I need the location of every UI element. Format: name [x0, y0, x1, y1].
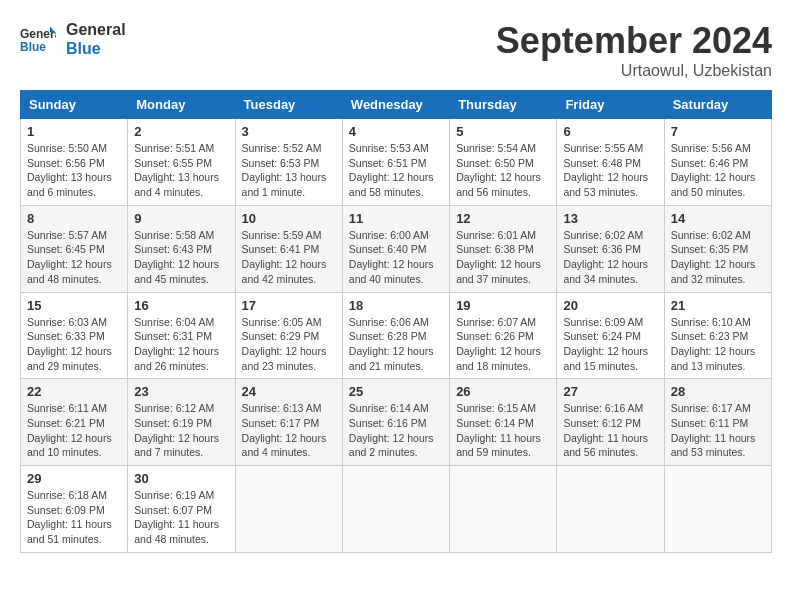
day-info: Sunrise: 5:54 AMSunset: 6:50 PMDaylight:… — [456, 141, 550, 200]
day-number: 14 — [671, 211, 765, 226]
day-number: 7 — [671, 124, 765, 139]
page-header: General Blue General Blue September 2024… — [20, 20, 772, 80]
day-info: Sunrise: 6:01 AMSunset: 6:38 PMDaylight:… — [456, 228, 550, 287]
weekday-header-sunday: Sunday — [21, 91, 128, 119]
day-info: Sunrise: 5:50 AMSunset: 6:56 PMDaylight:… — [27, 141, 121, 200]
weekday-header-thursday: Thursday — [450, 91, 557, 119]
day-number: 27 — [563, 384, 657, 399]
logo-icon: General Blue — [20, 24, 56, 54]
day-info: Sunrise: 5:53 AMSunset: 6:51 PMDaylight:… — [349, 141, 443, 200]
day-number: 25 — [349, 384, 443, 399]
day-number: 22 — [27, 384, 121, 399]
day-info: Sunrise: 6:10 AMSunset: 6:23 PMDaylight:… — [671, 315, 765, 374]
day-info: Sunrise: 6:17 AMSunset: 6:11 PMDaylight:… — [671, 401, 765, 460]
weekday-header-saturday: Saturday — [664, 91, 771, 119]
day-number: 28 — [671, 384, 765, 399]
day-number: 19 — [456, 298, 550, 313]
day-number: 21 — [671, 298, 765, 313]
logo-text2: Blue — [66, 39, 126, 58]
calendar-cell: 25 Sunrise: 6:14 AMSunset: 6:16 PMDaylig… — [342, 379, 449, 466]
calendar-cell: 6 Sunrise: 5:55 AMSunset: 6:48 PMDayligh… — [557, 119, 664, 206]
day-info: Sunrise: 5:52 AMSunset: 6:53 PMDaylight:… — [242, 141, 336, 200]
day-info: Sunrise: 6:02 AMSunset: 6:36 PMDaylight:… — [563, 228, 657, 287]
day-info: Sunrise: 5:58 AMSunset: 6:43 PMDaylight:… — [134, 228, 228, 287]
weekday-header-monday: Monday — [128, 91, 235, 119]
calendar-cell: 26 Sunrise: 6:15 AMSunset: 6:14 PMDaylig… — [450, 379, 557, 466]
logo: General Blue General Blue — [20, 20, 126, 58]
weekday-header-wednesday: Wednesday — [342, 91, 449, 119]
day-number: 1 — [27, 124, 121, 139]
day-number: 26 — [456, 384, 550, 399]
calendar-cell: 12 Sunrise: 6:01 AMSunset: 6:38 PMDaylig… — [450, 205, 557, 292]
calendar-cell: 27 Sunrise: 6:16 AMSunset: 6:12 PMDaylig… — [557, 379, 664, 466]
calendar-cell — [557, 466, 664, 553]
calendar-cell: 18 Sunrise: 6:06 AMSunset: 6:28 PMDaylig… — [342, 292, 449, 379]
calendar-cell: 28 Sunrise: 6:17 AMSunset: 6:11 PMDaylig… — [664, 379, 771, 466]
calendar-week-row: 8 Sunrise: 5:57 AMSunset: 6:45 PMDayligh… — [21, 205, 772, 292]
day-info: Sunrise: 6:13 AMSunset: 6:17 PMDaylight:… — [242, 401, 336, 460]
day-info: Sunrise: 5:51 AMSunset: 6:55 PMDaylight:… — [134, 141, 228, 200]
weekday-header-tuesday: Tuesday — [235, 91, 342, 119]
calendar-cell: 13 Sunrise: 6:02 AMSunset: 6:36 PMDaylig… — [557, 205, 664, 292]
day-number: 24 — [242, 384, 336, 399]
day-info: Sunrise: 6:07 AMSunset: 6:26 PMDaylight:… — [456, 315, 550, 374]
location: Urtaowul, Uzbekistan — [496, 62, 772, 80]
day-info: Sunrise: 6:02 AMSunset: 6:35 PMDaylight:… — [671, 228, 765, 287]
calendar-cell: 14 Sunrise: 6:02 AMSunset: 6:35 PMDaylig… — [664, 205, 771, 292]
day-info: Sunrise: 6:09 AMSunset: 6:24 PMDaylight:… — [563, 315, 657, 374]
day-info: Sunrise: 6:00 AMSunset: 6:40 PMDaylight:… — [349, 228, 443, 287]
calendar-week-row: 15 Sunrise: 6:03 AMSunset: 6:33 PMDaylig… — [21, 292, 772, 379]
day-number: 9 — [134, 211, 228, 226]
calendar-week-row: 22 Sunrise: 6:11 AMSunset: 6:21 PMDaylig… — [21, 379, 772, 466]
day-info: Sunrise: 6:06 AMSunset: 6:28 PMDaylight:… — [349, 315, 443, 374]
calendar-cell: 2 Sunrise: 5:51 AMSunset: 6:55 PMDayligh… — [128, 119, 235, 206]
day-info: Sunrise: 6:14 AMSunset: 6:16 PMDaylight:… — [349, 401, 443, 460]
day-info: Sunrise: 6:04 AMSunset: 6:31 PMDaylight:… — [134, 315, 228, 374]
calendar-cell — [664, 466, 771, 553]
calendar-cell: 29 Sunrise: 6:18 AMSunset: 6:09 PMDaylig… — [21, 466, 128, 553]
calendar-cell: 19 Sunrise: 6:07 AMSunset: 6:26 PMDaylig… — [450, 292, 557, 379]
calendar-cell: 21 Sunrise: 6:10 AMSunset: 6:23 PMDaylig… — [664, 292, 771, 379]
calendar-week-row: 1 Sunrise: 5:50 AMSunset: 6:56 PMDayligh… — [21, 119, 772, 206]
calendar-cell: 24 Sunrise: 6:13 AMSunset: 6:17 PMDaylig… — [235, 379, 342, 466]
calendar-cell: 22 Sunrise: 6:11 AMSunset: 6:21 PMDaylig… — [21, 379, 128, 466]
day-info: Sunrise: 5:59 AMSunset: 6:41 PMDaylight:… — [242, 228, 336, 287]
day-info: Sunrise: 5:56 AMSunset: 6:46 PMDaylight:… — [671, 141, 765, 200]
calendar-cell: 4 Sunrise: 5:53 AMSunset: 6:51 PMDayligh… — [342, 119, 449, 206]
day-number: 4 — [349, 124, 443, 139]
calendar-cell: 8 Sunrise: 5:57 AMSunset: 6:45 PMDayligh… — [21, 205, 128, 292]
day-number: 8 — [27, 211, 121, 226]
day-info: Sunrise: 6:11 AMSunset: 6:21 PMDaylight:… — [27, 401, 121, 460]
calendar-cell: 1 Sunrise: 5:50 AMSunset: 6:56 PMDayligh… — [21, 119, 128, 206]
day-info: Sunrise: 5:57 AMSunset: 6:45 PMDaylight:… — [27, 228, 121, 287]
day-number: 12 — [456, 211, 550, 226]
day-number: 18 — [349, 298, 443, 313]
title-block: September 2024 Urtaowul, Uzbekistan — [496, 20, 772, 80]
calendar-cell: 3 Sunrise: 5:52 AMSunset: 6:53 PMDayligh… — [235, 119, 342, 206]
calendar-cell — [235, 466, 342, 553]
calendar-cell: 7 Sunrise: 5:56 AMSunset: 6:46 PMDayligh… — [664, 119, 771, 206]
day-number: 30 — [134, 471, 228, 486]
day-number: 3 — [242, 124, 336, 139]
weekday-header-friday: Friday — [557, 91, 664, 119]
day-info: Sunrise: 5:55 AMSunset: 6:48 PMDaylight:… — [563, 141, 657, 200]
svg-text:Blue: Blue — [20, 40, 46, 54]
day-number: 5 — [456, 124, 550, 139]
day-number: 20 — [563, 298, 657, 313]
weekday-header-row: SundayMondayTuesdayWednesdayThursdayFrid… — [21, 91, 772, 119]
day-number: 15 — [27, 298, 121, 313]
calendar-cell: 23 Sunrise: 6:12 AMSunset: 6:19 PMDaylig… — [128, 379, 235, 466]
day-info: Sunrise: 6:16 AMSunset: 6:12 PMDaylight:… — [563, 401, 657, 460]
calendar-week-row: 29 Sunrise: 6:18 AMSunset: 6:09 PMDaylig… — [21, 466, 772, 553]
day-number: 23 — [134, 384, 228, 399]
calendar-cell: 15 Sunrise: 6:03 AMSunset: 6:33 PMDaylig… — [21, 292, 128, 379]
calendar-cell: 20 Sunrise: 6:09 AMSunset: 6:24 PMDaylig… — [557, 292, 664, 379]
day-number: 11 — [349, 211, 443, 226]
logo-text: General — [66, 20, 126, 39]
day-info: Sunrise: 6:03 AMSunset: 6:33 PMDaylight:… — [27, 315, 121, 374]
day-number: 13 — [563, 211, 657, 226]
calendar-cell: 11 Sunrise: 6:00 AMSunset: 6:40 PMDaylig… — [342, 205, 449, 292]
calendar-cell: 5 Sunrise: 5:54 AMSunset: 6:50 PMDayligh… — [450, 119, 557, 206]
calendar-cell: 10 Sunrise: 5:59 AMSunset: 6:41 PMDaylig… — [235, 205, 342, 292]
day-number: 2 — [134, 124, 228, 139]
